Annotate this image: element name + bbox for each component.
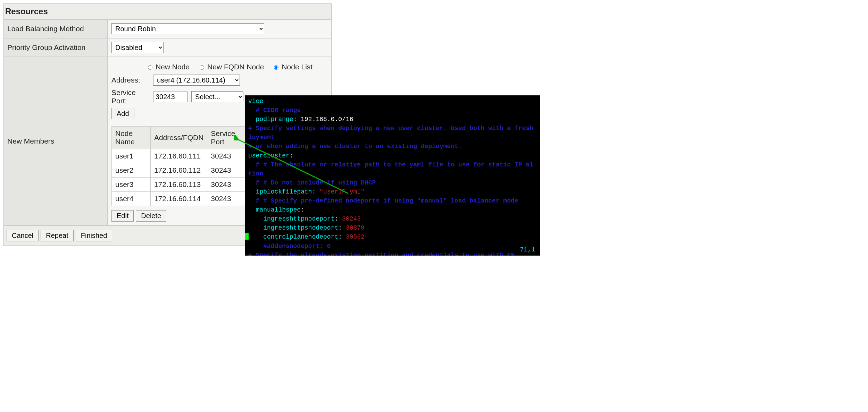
new-members-label: New Members — [4, 57, 108, 225]
radio-new-fqdn[interactable]: New FQDN Node — [198, 63, 264, 71]
address-label: Address: — [111, 76, 150, 84]
members-table: Node Name Address/FQDN Service Port user… — [111, 126, 249, 206]
delete-button[interactable]: Delete — [136, 210, 166, 222]
terminal: vice # CIDR range podiprange: 192.168.0.… — [245, 95, 540, 256]
table-row[interactable]: user3172.16.60.11330243 — [112, 178, 249, 192]
radio-node-list[interactable]: Node List — [272, 63, 312, 71]
add-button[interactable]: Add — [111, 108, 134, 119]
pga-label: Priority Group Activation — [4, 38, 108, 57]
resources-title: Resources — [4, 4, 331, 19]
col-service-port: Service Port — [207, 127, 249, 149]
lb-method-label: Load Balancing Method — [4, 20, 108, 38]
edit-button[interactable]: Edit — [111, 210, 134, 222]
lb-method-select[interactable]: Round Robin — [111, 23, 264, 34]
table-row[interactable]: user2172.16.60.11230243 — [112, 163, 249, 178]
finished-button[interactable]: Finished — [76, 230, 112, 241]
radio-new-node[interactable]: New Node — [146, 63, 190, 71]
col-node-name: Node Name — [112, 127, 151, 149]
service-port-label: Service Port: — [111, 88, 150, 105]
repeat-button[interactable]: Repeat — [41, 230, 74, 241]
node-type-radios: New Node New FQDN Node Node List — [111, 61, 328, 73]
row-lb-method: Load Balancing Method Round Robin — [4, 19, 331, 38]
cancel-button[interactable]: Cancel — [7, 230, 39, 241]
pga-select[interactable]: Disabled — [111, 42, 164, 53]
col-address: Address/FQDN — [150, 127, 207, 149]
table-row[interactable]: user4172.16.60.11430243 — [112, 192, 249, 206]
table-row[interactable]: user1172.16.60.11130243 — [112, 149, 249, 163]
row-pga: Priority Group Activation Disabled — [4, 38, 331, 57]
service-port-input[interactable] — [153, 92, 188, 102]
address-select[interactable]: user4 (172.16.60.114) — [153, 75, 240, 86]
service-port-select[interactable]: Select... — [191, 91, 243, 102]
